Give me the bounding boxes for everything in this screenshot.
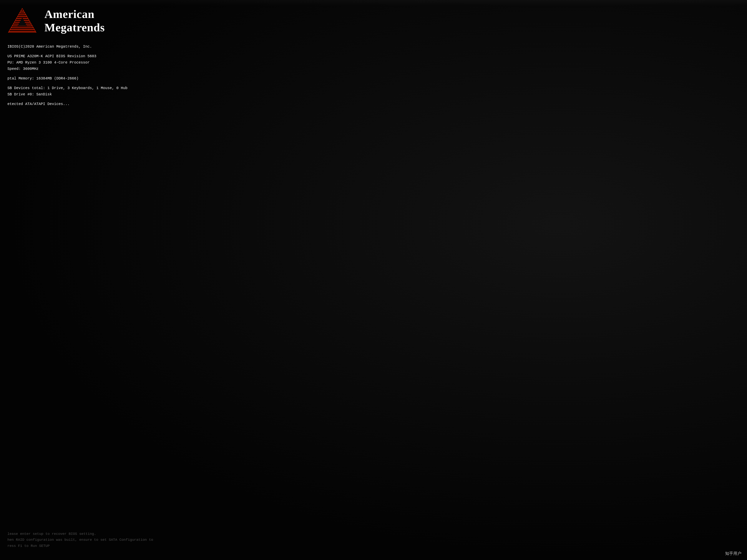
memory-section: ptal Memory: 16384MB (DDR4-2666) (7, 75, 743, 82)
bios-screen: American Megatrends IBIOS(C)2020 America… (0, 0, 747, 560)
brand-line2: Megatrends (45, 21, 105, 34)
watermark: 知乎用户 (725, 551, 742, 556)
speed-line: Speed: 3600MHz (7, 66, 743, 72)
bios-info: IBIOS(C)2020 American Megatrends, Inc. U… (7, 44, 743, 107)
usb-section: SB Devices total: 1 Drive, 3 Keyboards, … (7, 85, 743, 98)
usb-devices-line: SB Devices total: 1 Drive, 3 Keyboards, … (7, 85, 743, 91)
motherboard-line: US PRIME A320M-K ACPI BIOS Revision 5603 (7, 53, 743, 59)
usb-drive-line: SB Drive #0: SanDisk (7, 91, 743, 98)
cpu-line: PU: AMD Ryzen 3 3100 4-Core Processor (7, 59, 743, 66)
ata-line: etected ATA/ATAPI Devices... (7, 101, 743, 107)
memory-line: ptal Memory: 16384MB (DDR4-2666) (7, 75, 743, 82)
ata-section: etected ATA/ATAPI Devices... (7, 101, 743, 107)
copyright-section: IBIOS(C)2020 American Megatrends, Inc. (7, 44, 743, 50)
copyright-line: IBIOS(C)2020 American Megatrends, Inc. (7, 44, 743, 50)
ami-logo (7, 7, 37, 34)
brand-name: American Megatrends (45, 7, 105, 34)
brand-line1: American (45, 7, 105, 21)
main-content: American Megatrends IBIOS(C)2020 America… (0, 0, 747, 560)
system-info-section: US PRIME A320M-K ACPI BIOS Revision 5603… (7, 53, 743, 72)
header: American Megatrends (7, 7, 743, 34)
